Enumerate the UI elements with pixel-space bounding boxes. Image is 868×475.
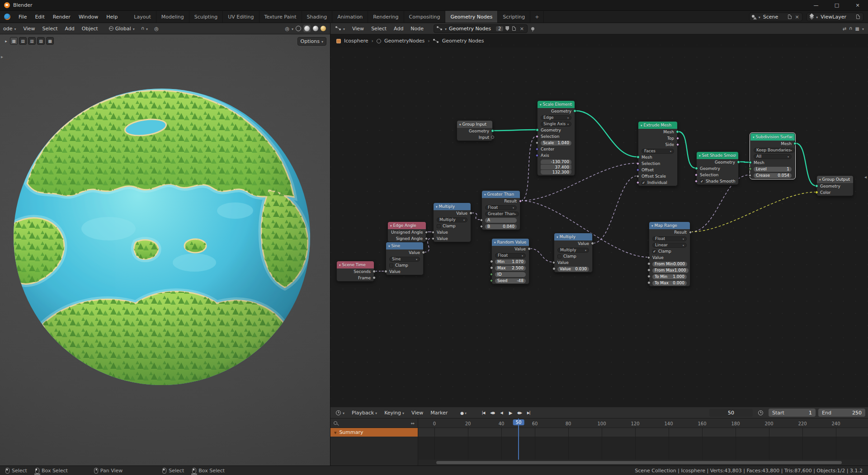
end-frame-field[interactable]: End 250 (818, 409, 865, 417)
socket-in[interactable] (535, 134, 539, 138)
checkbox[interactable] (437, 224, 441, 228)
snapping-toggle[interactable] (138, 25, 151, 33)
node-row-from-max[interactable]: From Max1.000 (649, 267, 690, 273)
select-mode-extend-button[interactable] (19, 37, 27, 45)
socket-in[interactable] (552, 260, 556, 264)
socket-in[interactable] (431, 236, 435, 240)
delete-scene-button[interactable] (794, 14, 800, 20)
node-row-clamp[interactable]: ✓Clamp (649, 248, 690, 254)
collapse-icon[interactable] (390, 223, 392, 228)
socket-in[interactable] (535, 141, 539, 144)
collapse-icon[interactable] (459, 122, 461, 127)
workspace-tab-texture-paint[interactable]: Texture Paint (259, 11, 302, 23)
socket-in[interactable] (490, 278, 493, 282)
select-mode-set-button[interactable] (10, 37, 18, 45)
number-field[interactable]: To Max0.000 (652, 281, 687, 286)
workspace-tab-scripting[interactable]: Scripting (498, 11, 530, 23)
number-field[interactable]: To Min1.000 (652, 274, 687, 279)
close-button[interactable]: × (847, 0, 868, 10)
node-row-b[interactable]: B0.040 (482, 223, 520, 230)
unlink-node-tree-button[interactable] (519, 26, 524, 32)
enum-dropdown[interactable]: Single Axis (541, 122, 571, 127)
socket-in[interactable] (535, 153, 539, 157)
node-scale-elements[interactable]: Scale ElementsGeometryEdgeSingle AxisGeo… (537, 100, 575, 176)
workspace-tab-uv-editing[interactable]: UV Editing (223, 11, 259, 23)
viewport-menu-select[interactable]: Select (39, 23, 61, 34)
node-group-output[interactable]: Group OutputGeometryColor (816, 175, 854, 196)
node-row-mesh[interactable]: Mesh (638, 154, 677, 160)
node-row-level[interactable]: Level1 (750, 166, 795, 172)
socket-in[interactable] (647, 268, 651, 272)
enum-dropdown[interactable]: Sine (389, 257, 420, 262)
node-row-geometry[interactable]: Geometry (817, 183, 853, 189)
node-row-axis[interactable]: Axis (538, 152, 575, 159)
node-row-center[interactable]: Center (538, 146, 575, 152)
playhead[interactable]: 50 (518, 419, 519, 460)
node-editor-menu-select[interactable]: Select (368, 23, 390, 34)
collapse-icon[interactable] (651, 223, 653, 228)
menubar-menu-render[interactable]: Render (49, 11, 75, 23)
node-row-color[interactable]: Color (817, 189, 853, 196)
node-row-greater-than[interactable]: Greater Than (482, 211, 520, 217)
breadcrumb-nodetree[interactable]: Geometry Nodes (442, 38, 484, 44)
socket-in[interactable] (815, 191, 818, 194)
node-header[interactable]: Subdivision Surface (750, 133, 795, 141)
node-header[interactable]: Scale Elements (538, 101, 575, 108)
node-group-input[interactable]: Group InputGeometryInput (457, 120, 493, 141)
socket-in[interactable] (636, 174, 640, 178)
enum-dropdown[interactable]: Greater Than (485, 212, 519, 216)
workspace-tab-geometry-nodes[interactable]: Geometry Nodes (445, 11, 498, 23)
channel-search-field[interactable] (330, 419, 418, 428)
current-frame-badge[interactable]: 50 (513, 419, 524, 425)
node-row-a[interactable]: A (482, 217, 520, 223)
node-row-value[interactable]: Value (386, 268, 423, 275)
timeline-ruler[interactable]: 020406080100120140160180200220240 (418, 419, 868, 428)
expand-triangle-icon[interactable] (334, 429, 336, 435)
summary-channel[interactable]: Summary (330, 428, 418, 437)
collapse-icon[interactable] (819, 177, 821, 182)
node-row-id[interactable]: ID (492, 271, 529, 277)
node-header[interactable]: Extrude Mesh (638, 122, 677, 129)
number-field[interactable]: Min1.070 (495, 259, 526, 264)
socket-in[interactable] (637, 155, 640, 159)
checkbox[interactable] (389, 263, 393, 268)
node-edge-angle[interactable]: Edge AngleUnsigned AngleSigned Angle (387, 221, 426, 242)
new-scene-button[interactable] (787, 14, 793, 19)
reroute-arrows-icon[interactable] (843, 26, 846, 32)
timeline-tracks[interactable] (418, 428, 868, 460)
socket-out[interactable] (591, 242, 594, 245)
auto-keying-toggle[interactable] (460, 410, 467, 416)
node-row-offset-scale[interactable]: Offset Scale (638, 173, 677, 179)
socket-in[interactable] (431, 230, 435, 234)
node-row-multiply[interactable]: Multiply (554, 247, 592, 253)
enum-dropdown[interactable]: Multiply (437, 217, 467, 222)
collapse-icon[interactable] (753, 135, 755, 139)
node-row-geometry[interactable]: Geometry (697, 159, 738, 165)
breadcrumb-object[interactable]: Icosphere (344, 38, 368, 44)
socket-in[interactable] (815, 184, 818, 188)
number-field[interactable]: ID (495, 272, 526, 277)
socket-out[interactable] (573, 109, 576, 113)
node-row-offset[interactable]: Offset (638, 167, 677, 173)
play-button[interactable]: ▶ (506, 409, 514, 417)
node-row-selection[interactable]: Selection (697, 172, 738, 178)
vector-field[interactable]: -130.70037.400132.300 (541, 160, 571, 175)
checkbox[interactable] (557, 254, 561, 259)
fake-user-shield-icon[interactable] (505, 26, 509, 31)
select-mode-intersect-button[interactable] (46, 37, 54, 45)
node-header[interactable]: Group Input (457, 121, 492, 128)
collapse-icon[interactable] (494, 240, 496, 245)
current-frame-field[interactable]: 50 (709, 409, 753, 417)
menubar-menu-help[interactable]: Help (102, 11, 122, 23)
node-row-vector3[interactable]: -130.70037.400132.300 (538, 159, 575, 175)
node-row-result[interactable]: Result (482, 198, 520, 204)
enum-dropdown[interactable]: All (754, 154, 792, 159)
node-extrude-mesh[interactable]: Extrude MeshMeshTopSideFacesMeshSelectio… (638, 121, 678, 186)
enum-dropdown[interactable]: Edge (541, 115, 571, 120)
collapse-icon[interactable] (388, 244, 390, 248)
node-map-range[interactable]: Map RangeResultFloatLinear✓ClampValueFro… (649, 221, 690, 287)
number-field[interactable]: Value0.030 (557, 267, 589, 272)
node-multiply-1[interactable]: MultiplyValueMultiplyClampValueValue (433, 202, 471, 242)
node-row-mesh[interactable]: Mesh (638, 129, 677, 135)
workspace-tab-layout[interactable]: Layout (129, 11, 156, 23)
